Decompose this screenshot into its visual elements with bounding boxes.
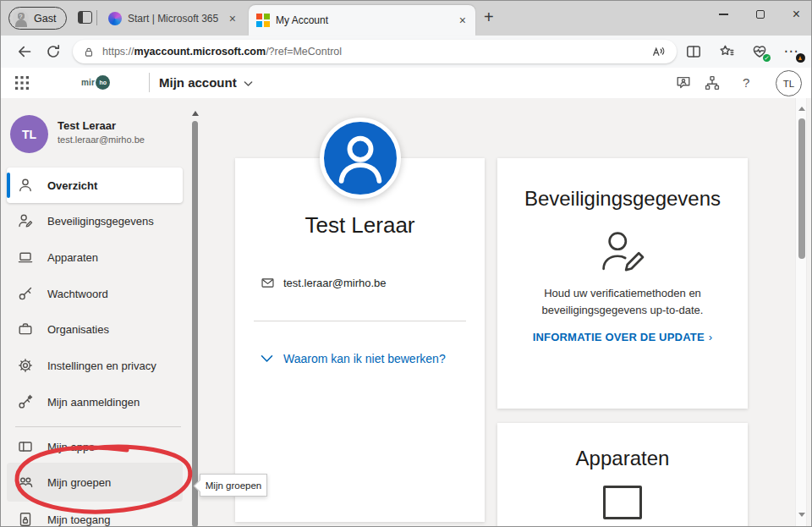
help-icon[interactable]: ? bbox=[743, 75, 749, 90]
briefcase-icon bbox=[17, 321, 34, 338]
refresh-button[interactable] bbox=[45, 43, 62, 60]
sidebar-item-beveiligingsgegevens[interactable]: Beveiligingsgegevens bbox=[7, 203, 183, 239]
sidebar-item-mijn-groepen[interactable]: Mijn groepen bbox=[7, 463, 183, 502]
security-card-title: Beveiligingsgegevens bbox=[497, 187, 748, 211]
sidebar-item-aanmeldingen[interactable]: Mijn aanmeldingen bbox=[7, 384, 183, 420]
security-card-description: Houd uw verificatiemethoden en beveiligi… bbox=[497, 285, 748, 319]
person-icon bbox=[17, 177, 34, 194]
window-controls: × bbox=[719, 0, 800, 29]
sidebar-item-apparaten[interactable]: Apparaten bbox=[7, 239, 183, 275]
security-person-pencil-icon bbox=[595, 224, 650, 278]
profile-name: Test Leraar bbox=[235, 212, 485, 239]
chevron-down-icon bbox=[244, 75, 253, 90]
devices-card-title: Apparaten bbox=[497, 447, 748, 470]
profile-card: Test Leraar test.leraar@mirho.be Waarom … bbox=[235, 158, 485, 522]
scrollbar-down-icon[interactable] bbox=[798, 513, 805, 517]
question-badge-icon: ? bbox=[18, 13, 25, 19]
sidebar-item-mijn-toegang[interactable]: Mijn toegang bbox=[7, 502, 183, 527]
tabstrip-divider bbox=[96, 10, 97, 25]
favorites-star-icon[interactable] bbox=[718, 43, 735, 60]
address-bar[interactable]: https://myaccount.microsoft.com/?ref=MeC… bbox=[73, 40, 677, 63]
minimize-button[interactable] bbox=[719, 14, 728, 14]
profile-email-row: test.leraar@mirho.be bbox=[261, 276, 485, 290]
sidebar-divider bbox=[15, 426, 181, 427]
laptop-icon bbox=[17, 249, 34, 266]
key-icon bbox=[17, 285, 34, 302]
lock-icon[interactable] bbox=[83, 46, 95, 58]
tab-title: Start | Microsoft 365 bbox=[128, 13, 228, 25]
split-screen-icon[interactable] bbox=[685, 43, 702, 60]
tab-close-icon[interactable]: × bbox=[458, 14, 468, 26]
essentials-check-badge: ✓ bbox=[763, 54, 771, 62]
browser-essentials-icon[interactable]: ✓ bbox=[751, 43, 768, 60]
window-close-button[interactable]: × bbox=[793, 8, 800, 21]
url-text: https://myaccount.microsoft.com/?ref=MeC… bbox=[102, 46, 342, 58]
tooltip-text: Mijn groepen bbox=[206, 480, 261, 491]
sidebar-avatar: TL bbox=[10, 115, 48, 153]
tooltip: Mijn groepen bbox=[200, 474, 267, 497]
sidebar-item-wachtwoord[interactable]: Wachtwoord bbox=[7, 276, 183, 311]
profile-email: test.leraar@mirho.be bbox=[283, 277, 387, 289]
microsoft365-favicon bbox=[108, 12, 122, 25]
sidebar-item-organisaties[interactable]: Organisaties bbox=[7, 311, 183, 347]
document-lock-icon bbox=[17, 511, 34, 527]
monitor-icon bbox=[603, 486, 642, 519]
sidebar-scrollbar-up-icon[interactable] bbox=[192, 111, 199, 116]
guest-avatar-icon: ? bbox=[13, 10, 29, 26]
organization-icon[interactable] bbox=[704, 74, 721, 91]
waffle-icon[interactable] bbox=[14, 74, 30, 91]
tab-title: My Account bbox=[276, 14, 458, 26]
security-info-card[interactable]: Beveiligingsgegevens Houd uw verificatie… bbox=[497, 158, 748, 409]
gear-icon bbox=[17, 357, 34, 374]
envelope-icon bbox=[261, 276, 275, 290]
account-avatar[interactable]: TL bbox=[776, 70, 802, 96]
sidebar-item-instellingen[interactable]: Instellingen en privacy bbox=[7, 348, 183, 383]
maximize-button[interactable] bbox=[756, 10, 765, 19]
sidebar-item-mijn-apps[interactable]: Mijn apps bbox=[7, 429, 183, 464]
scrollbar-up-icon[interactable] bbox=[798, 107, 805, 111]
page-content: TL Test Leraar test.leraar@mirho.be Over… bbox=[0, 98, 812, 527]
chevron-down-icon bbox=[261, 354, 273, 363]
profile-avatar-icon bbox=[320, 118, 401, 199]
apps-window-icon bbox=[17, 438, 34, 455]
chevron-right-icon: › bbox=[709, 331, 713, 343]
tab-strip: ? Gast Start | Microsoft 365 × My Accoun… bbox=[0, 0, 812, 36]
feedback-icon[interactable] bbox=[675, 74, 692, 91]
people-group-icon bbox=[17, 474, 34, 491]
sidebar-scrollbar-thumb[interactable] bbox=[192, 121, 198, 527]
browser-toolbar: https://myaccount.microsoft.com/?ref=MeC… bbox=[0, 36, 812, 68]
sidebar-user-email: test.leraar@mirho.be bbox=[58, 134, 145, 145]
browser-profile-button[interactable]: ? Gast bbox=[8, 7, 67, 30]
read-aloud-icon[interactable] bbox=[650, 45, 667, 59]
why-cant-edit-link[interactable]: Waarom kan ik niet bewerken? bbox=[261, 352, 485, 365]
sidebar-item-overzicht[interactable]: Overzicht bbox=[7, 167, 183, 203]
settings-menu-icon[interactable]: ⋯ bbox=[784, 43, 801, 60]
app-title-dropdown[interactable]: Mijn account bbox=[159, 75, 253, 90]
profile-card-divider bbox=[254, 321, 466, 321]
main-scrollbar-thumb[interactable] bbox=[798, 118, 805, 259]
browser-profile-label: Gast bbox=[34, 13, 56, 25]
main-scrollbar[interactable] bbox=[795, 98, 807, 527]
sidebar-user-name: Test Leraar bbox=[58, 119, 116, 132]
update-notification-badge bbox=[796, 53, 805, 63]
mirho-logo[interactable]: mir ho bbox=[81, 75, 110, 90]
key-sparkle-icon bbox=[17, 393, 34, 410]
microsoft-favicon bbox=[256, 14, 270, 27]
devices-card[interactable]: Apparaten bbox=[497, 423, 748, 527]
app-header: mir ho Mijn account ? TL bbox=[0, 68, 812, 98]
url-domain: myaccount.microsoft.com bbox=[134, 46, 266, 58]
tab-preview-icon[interactable] bbox=[78, 11, 92, 24]
update-info-link[interactable]: INFORMATIE OVER DE UPDATE› bbox=[497, 331, 748, 343]
toolbar-icons: ✓ ⋯ bbox=[677, 36, 809, 68]
tab-close-icon[interactable]: × bbox=[228, 13, 238, 25]
tab-start-microsoft-365[interactable]: Start | Microsoft 365 × bbox=[101, 6, 245, 31]
app-title: Mijn account bbox=[159, 75, 237, 90]
new-tab-button[interactable]: + bbox=[484, 7, 494, 27]
person-pencil-icon bbox=[17, 212, 34, 229]
header-divider bbox=[149, 73, 150, 92]
back-button[interactable] bbox=[16, 43, 33, 60]
tab-my-account[interactable]: My Account × bbox=[249, 5, 475, 36]
browser-window: ? Gast Start | Microsoft 365 × My Accoun… bbox=[0, 0, 812, 527]
